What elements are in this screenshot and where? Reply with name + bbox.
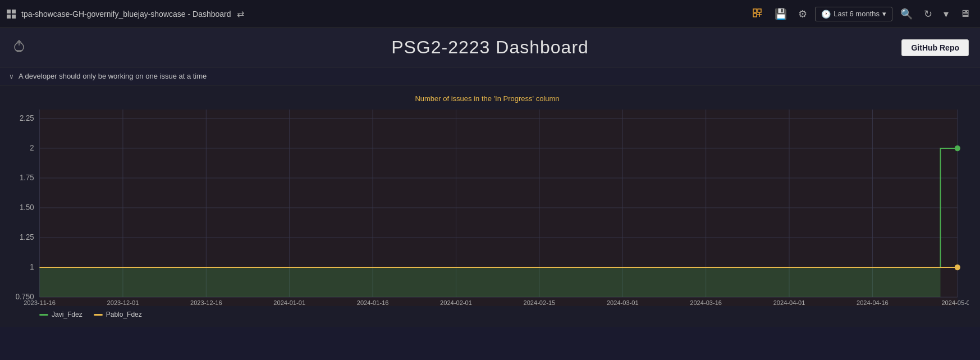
time-range-label: Last 6 months (834, 10, 880, 18)
dashboard-header: PSG2-2223 Dashboard GitHub Repo (0, 28, 980, 67)
svg-text:2024-01-16: 2024-01-16 (357, 299, 389, 306)
monitor-button[interactable]: 🖥 (956, 6, 973, 22)
chevron-down-icon: ▾ (882, 10, 886, 18)
svg-rect-2 (753, 13, 757, 17)
svg-text:2024-03-16: 2024-03-16 (690, 299, 722, 306)
top-bar-left: tpa-showcase-GH-governify_bluejay-showca… (7, 8, 244, 19)
add-panel-button[interactable] (749, 4, 767, 23)
svg-point-49 (955, 145, 960, 152)
clock-icon: 🕐 (821, 10, 831, 19)
svg-marker-48 (40, 267, 941, 297)
time-range-selector[interactable]: 🕐 Last 6 months ▾ (815, 7, 892, 21)
svg-rect-0 (753, 9, 757, 12)
svg-text:2024-05-01: 2024-05-01 (941, 299, 969, 306)
svg-text:2024-01-01: 2024-01-01 (273, 299, 305, 306)
top-bar-right: 💾 ⚙ 🕐 Last 6 months ▾ 🔍 ↻ ▾ 🖥 (749, 4, 973, 23)
chart-legend: Javi_Fdez Pablo_Fdez (6, 306, 969, 318)
refresh-button[interactable]: ↻ (921, 6, 936, 22)
svg-point-50 (955, 265, 960, 271)
chart-title: Number of issues in the 'In Progress' co… (6, 94, 969, 103)
panel-label: A developer should only be working on on… (19, 72, 207, 80)
refresh-dropdown-button[interactable]: ▾ (940, 6, 952, 22)
dashboard-title: PSG2-2223 Dashboard (391, 37, 589, 58)
legend-label-pablo: Pablo_Fdez (106, 311, 142, 318)
svg-text:1.25: 1.25 (20, 233, 34, 241)
legend-dot-pablo (94, 314, 103, 316)
svg-text:2024-04-01: 2024-04-01 (773, 299, 805, 306)
legend-item-pablo: Pablo_Fdez (94, 311, 142, 318)
svg-text:2: 2 (30, 144, 34, 152)
upload-icon (11, 38, 27, 57)
zoom-out-button[interactable]: 🔍 (897, 6, 916, 22)
svg-text:1.50: 1.50 (20, 203, 34, 212)
chart-container: Number of issues in the 'In Progress' co… (0, 85, 980, 327)
github-repo-button[interactable]: GitHub Repo (901, 39, 969, 56)
svg-text:2024-02-15: 2024-02-15 (524, 299, 556, 306)
app-title: tpa-showcase-GH-governify_bluejay-showca… (21, 10, 231, 19)
settings-button[interactable]: ⚙ (795, 6, 810, 22)
panel-header: ∨ A developer should only be working on … (0, 67, 980, 85)
svg-text:2023-12-16: 2023-12-16 (190, 299, 222, 306)
grid-icon (7, 10, 16, 19)
save-button[interactable]: 💾 (771, 6, 790, 22)
svg-text:2024-02-01: 2024-02-01 (440, 299, 472, 306)
svg-text:2023-12-01: 2023-12-01 (107, 299, 139, 306)
chart-svg: 2.25 2 1.75 1.50 1.25 1 0.750 2023-11-16… (6, 110, 969, 306)
svg-text:1.75: 1.75 (20, 174, 34, 182)
legend-item-javi: Javi_Fdez (39, 311, 83, 318)
svg-rect-1 (758, 9, 761, 12)
top-bar: tpa-showcase-GH-governify_bluejay-showca… (0, 0, 980, 28)
share-icon[interactable]: ⇄ (237, 8, 244, 19)
svg-text:2024-03-01: 2024-03-01 (607, 299, 639, 306)
legend-label-javi: Javi_Fdez (52, 311, 83, 318)
svg-text:2023-11-16: 2023-11-16 (24, 299, 56, 306)
legend-dot-javi (39, 314, 48, 316)
svg-text:1: 1 (30, 263, 34, 271)
chart-inner: 2.25 2 1.75 1.50 1.25 1 0.750 2023-11-16… (6, 110, 969, 306)
svg-text:2024-04-16: 2024-04-16 (857, 299, 889, 306)
svg-text:2.25: 2.25 (20, 114, 34, 122)
collapse-icon[interactable]: ∨ (9, 72, 14, 80)
